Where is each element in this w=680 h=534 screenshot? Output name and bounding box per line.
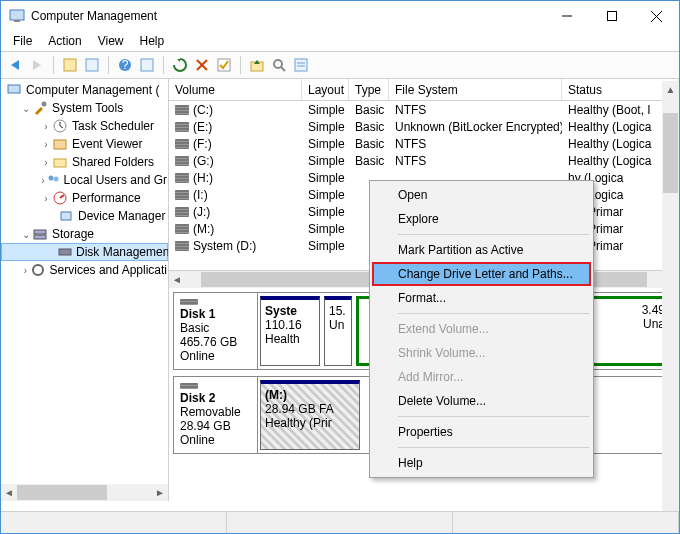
disk-icon [180,383,198,389]
collapse-icon[interactable]: ⌄ [20,103,32,114]
tree-label: Shared Folders [72,155,154,169]
disk-icon [180,299,198,305]
col-layout[interactable]: Layout [302,79,349,100]
list-icon[interactable] [293,57,309,73]
expand-icon[interactable]: › [40,157,52,168]
tree-label: Local Users and Gr [64,173,167,187]
volume-layout: Simple [302,103,349,117]
menu-view[interactable]: View [90,32,132,50]
disk-partition[interactable]: Syste110.16Health [260,296,320,366]
volume-row[interactable]: (E:) Simple Basic Unknown (BitLocker Enc… [169,118,679,135]
expand-icon[interactable]: › [20,265,31,276]
settings-icon[interactable] [139,57,155,73]
tree-system-tools[interactable]: ⌄ System Tools [1,99,168,117]
show-hide-tree-icon[interactable] [62,57,78,73]
expand-icon[interactable]: › [40,121,52,132]
volume-name: (I:) [193,188,208,202]
tree-performance[interactable]: ›Performance [1,189,168,207]
svg-line-16 [281,67,285,71]
ctx-open[interactable]: Open [372,183,591,207]
volume-layout: Simple [302,154,349,168]
window-title: Computer Management [31,9,544,23]
help-icon[interactable]: ? [117,57,133,73]
title-bar: Computer Management [1,1,679,31]
content-scrollbar-vertical[interactable]: ▲ [662,81,679,511]
disk-partition[interactable]: (M:)28.94 GB FAHealthy (Prir [260,380,360,450]
col-type[interactable]: Type [349,79,389,100]
volume-layout: Simple [302,171,349,185]
navigation-tree: Computer Management ( ⌄ System Tools ›Ta… [1,79,169,501]
ctx-properties[interactable]: Properties [372,420,591,444]
ctx-explore[interactable]: Explore [372,207,591,231]
tree-task-scheduler[interactable]: ›Task Scheduler [1,117,168,135]
ctx-extend-volume: Extend Volume... [372,317,591,341]
volume-row[interactable]: (F:) Simple Basic NTFS Healthy (Logica [169,135,679,152]
services-icon [31,262,46,278]
volume-icon [175,139,189,149]
back-icon[interactable] [7,57,23,73]
volume-name: (H:) [193,171,213,185]
volume-row[interactable]: (G:) Simple Basic NTFS Healthy (Logica [169,152,679,169]
tree-storage[interactable]: ⌄Storage [1,225,168,243]
tree-shared-folders[interactable]: ›Shared Folders [1,153,168,171]
tree-disk-management[interactable]: Disk Management [1,243,168,261]
refresh-icon[interactable] [172,57,188,73]
tree-event-viewer[interactable]: ›Event Viewer [1,135,168,153]
tree-local-users[interactable]: ›Local Users and Gr [1,171,168,189]
ctx-format[interactable]: Format... [372,286,591,310]
svg-point-21 [42,102,47,107]
expand-icon[interactable]: › [40,139,52,150]
volume-fs: NTFS [389,154,562,168]
svg-rect-25 [54,140,66,149]
disk-info: Disk 1 Basic 465.76 GB Online [174,293,258,369]
tree-label: System Tools [52,101,123,115]
delete-icon[interactable] [194,57,210,73]
close-button[interactable] [634,1,679,31]
status-bar [1,511,679,533]
forward-icon [29,57,45,73]
ctx-help[interactable]: Help [372,451,591,475]
volume-name: (M:) [193,222,214,236]
tree-scrollbar-horizontal[interactable]: ◄► [1,484,168,501]
storage-icon [32,226,48,242]
volume-name: (G:) [193,154,214,168]
volume-name: (E:) [193,120,212,134]
svg-rect-10 [141,59,153,71]
ctx-mark-active[interactable]: Mark Partition as Active [372,238,591,262]
volume-fs: NTFS [389,103,562,117]
disk-state: Online [180,349,251,363]
volume-icon [175,241,189,251]
tree-services[interactable]: ›Services and Applicati [1,261,168,279]
minimize-button[interactable] [544,1,589,31]
properties-icon[interactable] [84,57,100,73]
disk-type: Removable [180,405,251,419]
up-folder-icon[interactable] [249,57,265,73]
expand-icon[interactable]: › [40,193,52,204]
folder-icon [52,154,68,170]
tree-device-manager[interactable]: Device Manager [1,207,168,225]
volume-list-header: Volume Layout Type File System Status [169,79,679,101]
ctx-delete-volume[interactable]: Delete Volume... [372,389,591,413]
computer-icon [6,82,22,98]
menu-file[interactable]: File [5,32,40,50]
volume-icon [175,105,189,115]
disk-partition[interactable]: 15.Un [324,296,352,366]
volume-row[interactable]: (C:) Simple Basic NTFS Healthy (Boot, I [169,101,679,118]
col-filesystem[interactable]: File System [389,79,562,100]
collapse-icon[interactable]: ⌄ [20,229,32,240]
menu-help[interactable]: Help [132,32,173,50]
app-icon [9,8,25,24]
maximize-button[interactable] [589,1,634,31]
menu-action[interactable]: Action [40,32,89,50]
tree-label: Event Viewer [72,137,142,151]
check-icon[interactable] [216,57,232,73]
volume-type: Basic [349,120,389,134]
svg-point-15 [274,60,282,68]
menu-bar: File Action View Help [1,31,679,51]
ctx-change-drive-letter[interactable]: Change Drive Letter and Paths... [372,262,591,286]
svg-rect-3 [607,12,616,21]
tree-root[interactable]: Computer Management ( [1,81,168,99]
search-icon[interactable] [271,57,287,73]
volume-layout: Simple [302,239,349,253]
col-volume[interactable]: Volume [169,79,302,100]
